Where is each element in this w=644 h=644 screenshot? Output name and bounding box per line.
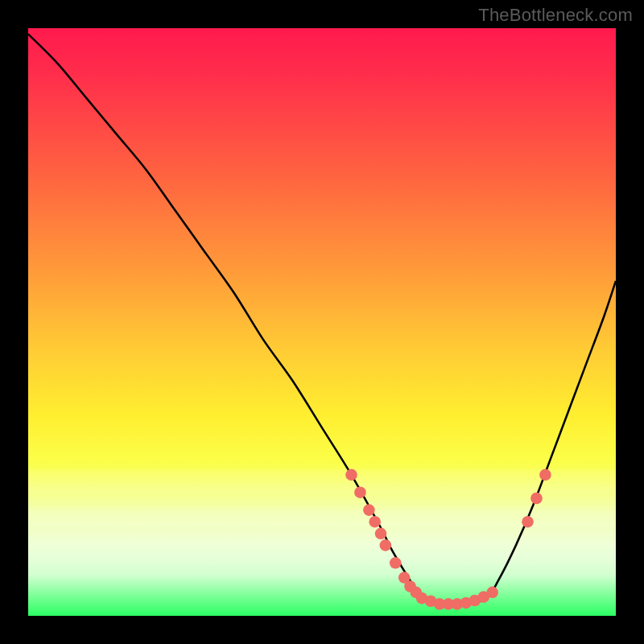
data-point	[486, 587, 498, 599]
data-point	[530, 493, 543, 505]
chart-svg	[28, 28, 616, 616]
data-point	[354, 486, 366, 498]
data-points-group	[345, 469, 551, 610]
data-point	[363, 504, 375, 516]
watermark-text: TheBottleneck.com	[478, 5, 633, 26]
data-point	[345, 469, 357, 481]
data-point	[522, 516, 534, 528]
data-point	[369, 516, 381, 528]
data-point	[375, 528, 387, 540]
chart-plot-area	[28, 28, 616, 616]
data-point	[539, 469, 551, 481]
data-point	[380, 539, 392, 551]
data-point	[390, 557, 402, 569]
